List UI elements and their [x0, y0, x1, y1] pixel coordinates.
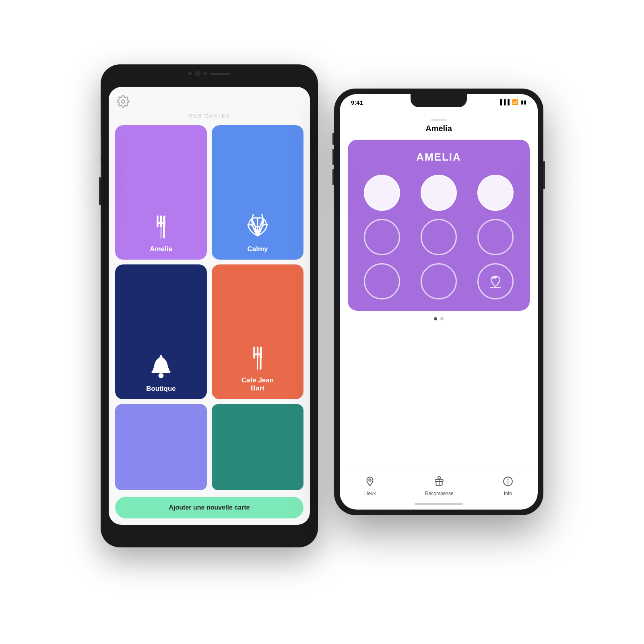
svg-rect-5 [161, 227, 161, 239]
card-amelia[interactable]: Amelia [115, 125, 207, 260]
lotus-icon [242, 214, 273, 240]
android-top-bar [109, 87, 310, 111]
stamp-4 [364, 219, 400, 255]
stamp-2 [421, 175, 457, 211]
svg-point-18 [369, 479, 371, 481]
page-dot-2 [440, 317, 444, 320]
loyalty-card: AMELIA [348, 140, 530, 311]
loyalty-card-name: AMELIA [416, 151, 461, 163]
signal-icon: ▐▐▐ [498, 99, 510, 105]
iphone-silent-button[interactable] [332, 133, 334, 145]
tab-recompense-label: Récompense [425, 491, 454, 496]
svg-rect-11 [253, 347, 255, 359]
card-boutique-label: Boutique [146, 385, 176, 393]
bell-icon [148, 354, 174, 380]
settings-icon[interactable] [117, 95, 130, 108]
svg-rect-10 [160, 355, 162, 359]
sensor-dot [188, 72, 192, 75]
cards-grid: Amelia Calmy Boutique [109, 125, 310, 490]
stamp-reward [477, 263, 514, 299]
iphone-power-button[interactable] [543, 161, 545, 189]
cutlery-icon [151, 215, 171, 240]
stamp-7 [364, 263, 400, 299]
battery-icon: ▮▮ [521, 99, 526, 105]
cafe-cutlery-icon [247, 346, 268, 372]
android-screen: MES CARTES Amelia [109, 87, 310, 525]
gift-icon [434, 476, 444, 489]
stamp-3 [477, 175, 514, 211]
page-dot-1 [434, 317, 437, 320]
svg-rect-1 [157, 215, 158, 227]
location-icon [365, 476, 375, 489]
front-camera [195, 71, 200, 76]
card-boutique[interactable]: Boutique [115, 264, 207, 399]
volume-down-button[interactable] [101, 161, 102, 181]
iphone-vol-up-button[interactable] [332, 149, 334, 165]
sensor-dot2 [204, 72, 207, 75]
tab-info-label: Info [504, 491, 512, 496]
tab-lieux-label: Lieux [364, 491, 376, 496]
tab-info[interactable]: Info [503, 476, 513, 496]
stamp-grid [357, 175, 520, 299]
svg-point-0 [122, 100, 125, 103]
power-button[interactable] [99, 177, 101, 205]
add-card-button[interactable]: Ajouter une nouvelle carte [115, 497, 303, 518]
card-calmy[interactable]: Calmy [212, 125, 303, 260]
iphone-tab-bar: Lieux Récompense [340, 471, 538, 500]
iphone: 9:41 ▐▐▐ 📶 ▮▮ Amelia AMELIA [334, 89, 543, 515]
tab-recompense[interactable]: Récompense [425, 476, 454, 496]
card-cafe[interactable]: Cafe JeanBart [212, 264, 303, 399]
volume-up-button[interactable] [101, 137, 102, 157]
info-icon [503, 476, 513, 489]
android-phone: MES CARTES Amelia [101, 64, 318, 547]
card-calmy-label: Calmy [247, 245, 268, 253]
page-dots [340, 317, 538, 320]
stamp-6 [477, 219, 514, 255]
svg-rect-16 [260, 347, 261, 369]
tab-lieux[interactable]: Lieux [364, 476, 376, 496]
svg-point-9 [159, 373, 164, 378]
svg-rect-13 [257, 347, 258, 359]
card-cafe-label: Cafe JeanBart [242, 376, 274, 393]
iphone-vol-down-button[interactable] [332, 169, 334, 185]
iphone-status-icons: ▐▐▐ 📶 ▮▮ [498, 99, 526, 105]
iphone-notch [411, 94, 467, 107]
stamp-5 [421, 219, 457, 255]
iphone-time: 9:41 [351, 99, 363, 106]
home-bar [415, 503, 463, 505]
section-label: MES CARTES [109, 111, 310, 125]
svg-rect-15 [257, 359, 258, 370]
scene: MES CARTES Amelia [101, 40, 543, 604]
iphone-notch-area: 9:41 ▐▐▐ 📶 ▮▮ [340, 94, 538, 116]
iphone-screen-title: Amelia [340, 121, 538, 140]
card-extra1[interactable] [115, 404, 207, 490]
earpiece-speaker [210, 73, 230, 75]
card-amelia-label: Amelia [150, 245, 172, 253]
android-notch-bar [188, 71, 230, 76]
svg-rect-3 [160, 215, 162, 227]
svg-rect-8 [152, 370, 171, 373]
card-extra2[interactable] [212, 404, 303, 490]
wifi-icon: 📶 [512, 99, 518, 105]
stamp-1 [364, 175, 400, 211]
iphone-screen: 9:41 ▐▐▐ 📶 ▮▮ Amelia AMELIA [340, 94, 538, 510]
stamp-8 [421, 263, 457, 299]
svg-point-17 [494, 276, 497, 279]
svg-rect-6 [163, 217, 165, 239]
